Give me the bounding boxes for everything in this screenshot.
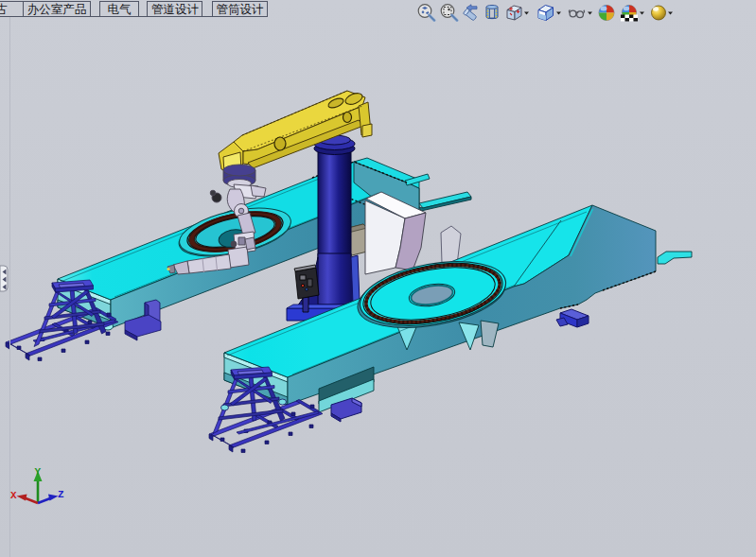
svg-text:X: X xyxy=(10,490,17,501)
svg-text:电气: 电气 xyxy=(108,3,132,16)
svg-text:办公室产品: 办公室产品 xyxy=(27,3,87,16)
svg-text:管道设计: 管道设计 xyxy=(151,3,200,16)
svg-text:管筒设计: 管筒设计 xyxy=(217,3,265,16)
svg-text:古: 古 xyxy=(0,3,9,16)
svg-text:Z: Z xyxy=(58,489,64,500)
svg-text:Y: Y xyxy=(35,466,42,478)
